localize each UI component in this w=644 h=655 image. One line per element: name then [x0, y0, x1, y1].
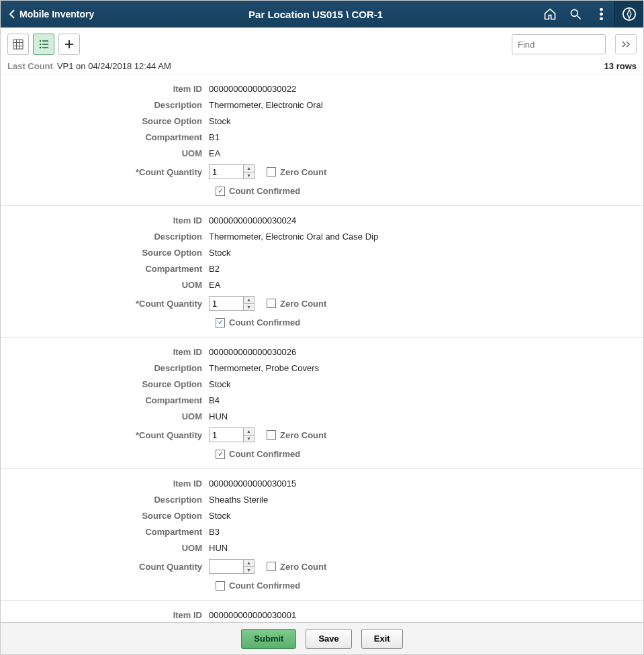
compass-icon[interactable]	[614, 1, 643, 28]
field-label-uom: UOM	[7, 279, 209, 292]
svg-rect-11	[42, 47, 48, 48]
svg-point-8	[40, 44, 41, 45]
home-icon[interactable]	[537, 1, 563, 28]
zero-count-label: Zero Count	[280, 430, 326, 440]
stepper-down-icon[interactable]: ▼	[244, 567, 254, 574]
exit-button[interactable]: Exit	[361, 629, 403, 649]
expand-button[interactable]	[615, 34, 637, 54]
count-quantity-label: *Count Quantity	[7, 430, 209, 440]
field-value-compartment: B1	[209, 131, 220, 144]
count-quantity-stepper[interactable]: ▲▼	[209, 559, 255, 574]
zero-count-label: Zero Count	[280, 299, 326, 309]
list-item: Item ID000000000000030022DescriptionTher…	[1, 74, 643, 206]
svg-point-10	[40, 47, 41, 48]
back-label: Mobile Inventory	[19, 9, 94, 19]
field-label-compartment: Compartment	[7, 394, 209, 407]
svg-line-1	[578, 16, 581, 19]
count-quantity-label: *Count Quantity	[7, 299, 209, 309]
search-icon[interactable]	[563, 1, 588, 28]
count-confirmed-checkbox[interactable]	[216, 187, 225, 196]
stepper-up-icon[interactable]: ▲	[244, 560, 254, 567]
field-value-description: Sheaths Sterile	[209, 493, 268, 507]
field-value-uom: EA	[209, 279, 220, 292]
count-quantity-input[interactable]	[210, 165, 243, 179]
field-label-item_id: Item ID	[7, 609, 209, 622]
toolbar	[1, 28, 643, 61]
svg-point-2	[600, 8, 602, 11]
last-count-value: VP1 on 04/24/2018 12:44 AM	[57, 61, 171, 71]
field-value-description: Thermometer, Electronic Oral and Case Di…	[209, 230, 378, 244]
stepper-down-icon[interactable]: ▼	[244, 304, 254, 311]
find-input[interactable]	[512, 34, 606, 54]
app-header: Mobile Inventory Par Location US015 \ CO…	[1, 1, 643, 28]
field-label-uom: UOM	[7, 410, 209, 423]
field-value-uom: HUN	[209, 542, 228, 555]
zero-count-checkbox[interactable]	[267, 167, 276, 177]
zero-count-checkbox[interactable]	[267, 562, 276, 571]
count-confirmed-label: Count Confirmed	[229, 581, 300, 591]
back-button[interactable]: Mobile Inventory	[7, 9, 94, 19]
count-quantity-stepper[interactable]: ▲▼	[209, 164, 255, 179]
field-value-source_option: Stock	[209, 246, 231, 260]
grid-view-button[interactable]	[7, 34, 29, 55]
chevron-left-icon	[7, 10, 15, 18]
field-label-compartment: Compartment	[7, 131, 209, 144]
field-label-uom: UOM	[7, 147, 209, 160]
count-quantity-stepper[interactable]: ▲▼	[209, 427, 255, 442]
field-label-source_option: Source Option	[7, 115, 209, 128]
add-button[interactable]	[58, 34, 80, 55]
list-item: Item ID000000000000030026DescriptionTher…	[1, 338, 643, 469]
field-label-compartment: Compartment	[7, 262, 209, 276]
count-quantity-label: Count Quantity	[7, 562, 209, 572]
field-value-compartment: B3	[209, 525, 220, 539]
count-quantity-input[interactable]	[210, 560, 243, 573]
count-confirmed-checkbox[interactable]	[216, 318, 225, 328]
field-value-description: Thermometer, Electronic Oral	[209, 99, 323, 112]
count-confirmed-label: Count Confirmed	[229, 317, 300, 328]
count-quantity-input[interactable]	[210, 428, 243, 442]
zero-count-checkbox[interactable]	[267, 299, 276, 308]
field-label-description: Description	[7, 230, 209, 244]
field-label-uom: UOM	[7, 542, 209, 555]
field-label-item_id: Item ID	[7, 477, 209, 491]
count-quantity-input[interactable]	[210, 297, 243, 310]
item-list[interactable]: Item ID000000000000030022DescriptionTher…	[1, 74, 643, 622]
field-value-uom: EA	[209, 147, 220, 160]
field-label-description: Description	[7, 99, 209, 112]
field-value-uom: HUN	[209, 410, 228, 423]
page-title: Par Location US015 \ COR-1	[94, 9, 537, 20]
stepper-up-icon[interactable]: ▲	[244, 297, 254, 304]
count-confirmed-checkbox[interactable]	[216, 581, 225, 591]
svg-point-4	[600, 17, 602, 20]
field-label-source_option: Source Option	[7, 378, 209, 391]
field-label-source_option: Source Option	[7, 246, 209, 260]
count-quantity-label: *Count Quantity	[7, 167, 209, 177]
more-icon[interactable]	[588, 1, 614, 28]
field-value-compartment: B2	[209, 262, 220, 276]
field-value-compartment: B4	[209, 394, 220, 407]
field-label-description: Description	[7, 362, 209, 375]
svg-point-0	[571, 9, 578, 16]
count-confirmed-label: Count Confirmed	[229, 186, 300, 196]
stepper-up-icon[interactable]: ▲	[244, 428, 254, 436]
row-count: 13 rows	[604, 61, 637, 71]
zero-count-checkbox[interactable]	[267, 430, 276, 440]
save-button[interactable]: Save	[306, 629, 351, 649]
count-quantity-stepper[interactable]: ▲▼	[209, 296, 255, 311]
stepper-down-icon[interactable]: ▼	[244, 172, 254, 179]
svg-point-6	[40, 40, 41, 42]
list-view-button[interactable]	[33, 34, 54, 55]
list-item: Item ID000000000000030001DescriptionGlov…	[1, 601, 643, 622]
svg-rect-7	[42, 40, 48, 42]
submit-button[interactable]: Submit	[241, 629, 296, 649]
stepper-down-icon[interactable]: ▼	[244, 436, 254, 442]
stepper-up-icon[interactable]: ▲	[244, 165, 254, 172]
field-label-description: Description	[7, 493, 209, 507]
field-value-description: Thermometer, Probe Covers	[209, 362, 319, 375]
count-confirmed-checkbox[interactable]	[216, 450, 225, 459]
field-label-item_id: Item ID	[7, 346, 209, 359]
field-label-item_id: Item ID	[7, 214, 209, 228]
svg-rect-9	[42, 44, 48, 45]
svg-point-3	[600, 13, 602, 15]
field-label-source_option: Source Option	[7, 509, 209, 523]
